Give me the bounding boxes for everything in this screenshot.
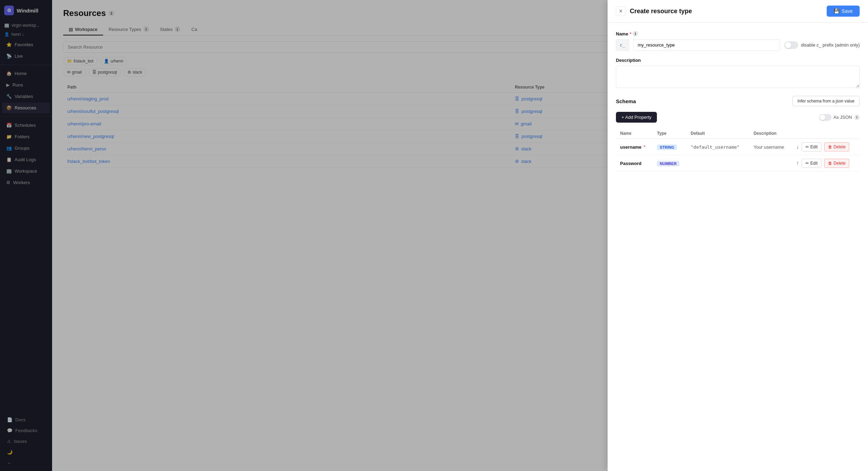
edit-pencil-icon: ✏ [806,144,809,149]
name-form-row: c_ disable c_ prefix (admin only) [616,39,860,51]
schema-label: Schema [616,98,636,104]
edit-button[interactable]: ✏ Edit [802,159,821,168]
delete-button[interactable]: 🗑 Delete [824,142,850,151]
schema-property-row: Password NUMBER ↑ [616,155,860,172]
type-badge: STRING [657,144,677,150]
close-button[interactable]: × [616,6,626,16]
schema-properties-table: Name Type Default Description username *… [616,128,860,172]
col-description: Description [749,128,792,139]
prefix-toggle-label: disable c_ prefix (admin only) [801,42,860,48]
description-label: Description [616,58,860,63]
col-type: Type [653,128,686,139]
schema-toolbar: + Add Property As JSON ℹ [616,112,860,123]
edit-button[interactable]: ✏ Edit [802,142,821,151]
sort-down-icon[interactable]: ↓ [796,144,799,150]
field-required-indicator: * [643,144,645,150]
type-badge: NUMBER [657,161,679,166]
col-default: Default [686,128,749,139]
delete-trash-icon: 🗑 [828,161,832,166]
as-json-row: As JSON ℹ [819,114,860,121]
panel-title: Create resource type [630,8,692,15]
col-name: Name [616,128,653,139]
panel-body: Name * ℹ c_ disable c_ prefix (admin onl… [608,23,868,471]
name-prefix: c_ [616,39,629,51]
field-name: Password [620,161,641,166]
as-json-toggle[interactable] [819,114,832,121]
field-name: username [620,144,641,150]
row-actions: ↑ ✏ Edit 🗑 Delete [796,159,856,168]
add-property-button[interactable]: + Add Property [616,112,657,123]
description-input[interactable] [616,66,860,88]
delete-button[interactable]: 🗑 Delete [824,159,850,168]
save-icon: 💾 [834,8,840,14]
edit-pencil-icon: ✏ [806,161,809,166]
row-actions: ↓ ✏ Edit 🗑 Delete [796,142,856,151]
required-indicator: * [629,31,631,36]
prefix-toggle[interactable] [784,41,798,49]
panel-header: × Create resource type 💾 Save [608,0,868,23]
panel-header-left: × Create resource type [616,6,692,16]
name-label: Name * ℹ [616,31,860,36]
sort-up-icon[interactable]: ↑ [796,160,799,166]
prefix-toggle-row: disable c_ prefix (admin only) [784,41,860,49]
close-icon: × [619,8,623,15]
infer-schema-button[interactable]: Infer schema from a json value [792,96,860,106]
name-info-icon[interactable]: ℹ [633,31,638,36]
delete-trash-icon: 🗑 [828,144,832,149]
col-actions [792,128,860,139]
as-json-info-icon[interactable]: ℹ [854,115,860,120]
default-value: "default_username" [691,144,740,150]
schema-property-row: username * STRING "default_username" You… [616,139,860,155]
as-json-label: As JSON [834,115,852,120]
name-input[interactable] [633,39,780,51]
schema-header: Schema Infer schema from a json value [616,96,860,106]
save-button[interactable]: 💾 Save [827,6,860,17]
description-value: Your username [753,144,784,150]
create-resource-type-panel: × Create resource type 💾 Save Name * ℹ c… [608,0,868,471]
